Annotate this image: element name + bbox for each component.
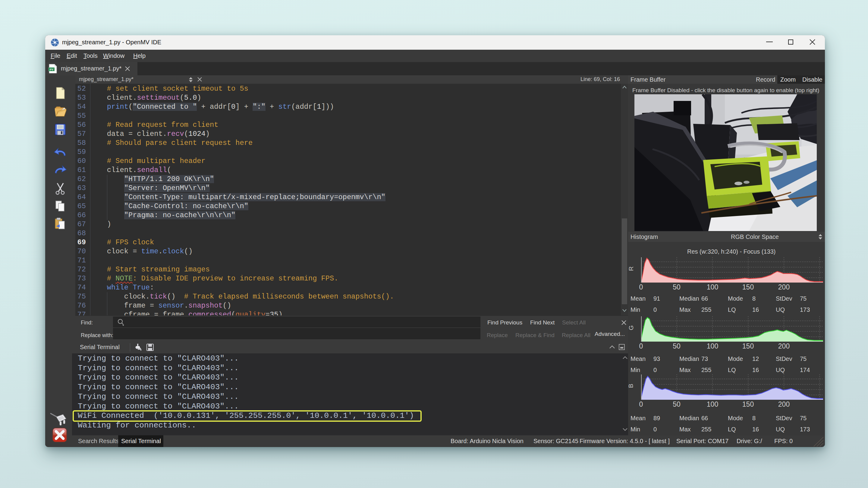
- svg-text:PY: PY: [50, 68, 54, 71]
